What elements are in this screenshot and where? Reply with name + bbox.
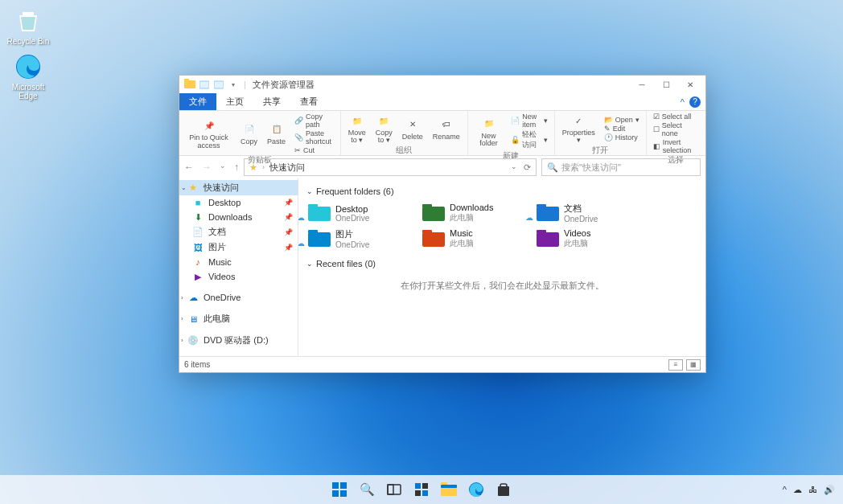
nav-back-button[interactable]: ←: [184, 162, 194, 173]
folder-location: OneDrive: [335, 240, 369, 249]
view-details-button[interactable]: ≡: [668, 359, 683, 371]
frequent-folders-header[interactable]: ⌄Frequent folders (6): [306, 186, 697, 196]
tray-chevron-icon[interactable]: ^: [783, 485, 787, 494]
desktop-icon-recycle-bin[interactable]: Recycle Bin: [6, 6, 50, 46]
svg-rect-19: [340, 482, 347, 489]
delete-button[interactable]: ✕Delete: [400, 117, 426, 141]
qat-properties-icon[interactable]: [212, 77, 226, 92]
paste-button[interactable]: 📋Paste: [265, 121, 288, 145]
sidebar-item-music[interactable]: ♪Music: [179, 255, 298, 269]
tab-view[interactable]: 查看: [290, 93, 327, 110]
folder-name: Downloads: [450, 203, 493, 212]
widgets-button[interactable]: [409, 477, 434, 502]
cloud-sync-icon: ☁: [525, 213, 533, 222]
maximize-button[interactable]: ☐: [654, 76, 678, 93]
sidebar-item-pictures[interactable]: 🖼图片📌: [179, 240, 298, 255]
svg-rect-32: [498, 486, 509, 496]
sidebar-item-videos[interactable]: ▶Videos: [179, 269, 298, 284]
sidebar: ⌄★快速访问 ■Desktop📌 ⬇Downloads📌 📄文档📌 🖼图片📌 ♪…: [179, 178, 298, 356]
invert-selection-button[interactable]: ◧Invert selection: [652, 138, 701, 154]
recent-files-header[interactable]: ⌄Recent files (0): [306, 259, 697, 268]
downloads-icon: ⬇: [192, 211, 204, 223]
address-chevron-icon[interactable]: ⌄: [511, 162, 517, 173]
folder-item[interactable]: ☁文档OneDrive: [535, 201, 639, 225]
copy-path-button[interactable]: 🔗Copy path: [293, 113, 335, 129]
paste-shortcut-button[interactable]: 📎Paste shortcut: [293, 129, 335, 145]
chevron-down-icon: ⌄: [306, 187, 313, 195]
svg-rect-3: [184, 79, 189, 81]
sidebar-item-documents[interactable]: 📄文档📌: [179, 224, 298, 240]
new-item-icon: 📄: [511, 117, 520, 125]
taskbar-edge[interactable]: [464, 477, 488, 502]
edit-button[interactable]: ✎Edit: [602, 125, 641, 133]
svg-rect-25: [422, 483, 428, 489]
folder-item[interactable]: ☁DesktopOneDrive: [306, 201, 411, 225]
chevron-right-icon: ›: [181, 294, 183, 301]
minimize-button[interactable]: ─: [630, 76, 654, 93]
new-item-button[interactable]: 📄New item ▾: [509, 113, 549, 129]
tray-onedrive-icon[interactable]: ☁: [793, 485, 802, 495]
qat-chevron-icon[interactable]: ▾: [226, 77, 241, 92]
sidebar-item-dvd[interactable]: ›💿DVD 驱动器 (D:): [179, 333, 298, 348]
folder-icon: [422, 203, 445, 223]
ribbon-collapse-icon[interactable]: ^: [681, 97, 685, 107]
sidebar-item-desktop[interactable]: ■Desktop📌: [179, 195, 298, 210]
cut-button[interactable]: ✂Cut: [293, 146, 335, 154]
desktop-icon-edge[interactable]: Microsoft Edge: [6, 52, 50, 100]
folder-item[interactable]: Downloads此电脑: [421, 201, 525, 225]
address-text: 快速访问: [269, 162, 305, 174]
start-button[interactable]: [327, 477, 352, 502]
taskbar-store[interactable]: [491, 477, 516, 502]
copy-to-button[interactable]: 📁Copy to ▾: [373, 113, 395, 145]
properties-button[interactable]: ✓Properties ▾: [560, 113, 598, 145]
search-button[interactable]: 🔍: [355, 477, 379, 502]
help-icon[interactable]: ?: [689, 96, 701, 108]
nav-up-button[interactable]: ↑: [234, 162, 239, 173]
search-input[interactable]: 🔍 搜索"快速访问": [541, 158, 701, 176]
select-all-button[interactable]: ☑Select all: [652, 113, 701, 121]
move-to-button[interactable]: 📁Move to ▾: [346, 113, 368, 145]
star-icon: ★: [249, 162, 257, 173]
select-none-button[interactable]: ☐Select none: [652, 121, 701, 137]
tab-share[interactable]: 共享: [253, 93, 290, 110]
address-bar[interactable]: ★ › 快速访问 ⌄ ⟳: [244, 158, 537, 176]
svg-rect-16: [537, 232, 559, 247]
folder-item[interactable]: ☁图片OneDrive: [306, 227, 411, 251]
taskbar-explorer[interactable]: [437, 477, 461, 502]
chevron-right-icon: ›: [262, 163, 265, 171]
refresh-icon[interactable]: ⟳: [524, 162, 531, 173]
sidebar-item-quick-access[interactable]: ⌄★快速访问: [179, 180, 298, 195]
rename-button[interactable]: 🏷Rename: [430, 117, 463, 141]
sidebar-item-downloads[interactable]: ⬇Downloads📌: [179, 210, 298, 224]
folder-item[interactable]: Music此电脑: [421, 227, 525, 251]
explorer-window: ▾ | 文件资源管理器 ─ ☐ ✕ 文件 主页 共享 查看 ^ ? 📌Pin t…: [179, 75, 706, 373]
sidebar-item-this-pc[interactable]: ›🖥此电脑: [179, 311, 298, 326]
pin-to-quick-access-button[interactable]: 📌Pin to Quick access: [184, 117, 233, 150]
svg-rect-30: [441, 482, 447, 485]
svg-rect-33: [500, 484, 507, 487]
easy-access-button[interactable]: 🔓轻松访问 ▾: [509, 129, 549, 150]
qat-new-folder-icon[interactable]: [197, 77, 212, 92]
sidebar-item-onedrive[interactable]: ›☁OneDrive: [179, 290, 298, 305]
folder-icon: [422, 229, 445, 248]
titlebar[interactable]: ▾ | 文件资源管理器 ─ ☐ ✕: [179, 76, 705, 93]
ribbon-tabs: 文件 主页 共享 查看 ^ ?: [179, 93, 705, 111]
nav-forward-button[interactable]: →: [202, 162, 212, 173]
close-button[interactable]: ✕: [678, 76, 702, 93]
nav-recent-button[interactable]: ⌄: [220, 162, 226, 173]
open-button[interactable]: 📂Open ▾: [602, 116, 641, 124]
tab-file[interactable]: 文件: [179, 93, 216, 110]
new-folder-button[interactable]: 📁New folder: [473, 116, 504, 148]
tray-volume-icon[interactable]: 🔊: [824, 485, 835, 495]
svg-rect-17: [537, 230, 546, 233]
folder-item[interactable]: Videos此电脑: [535, 227, 639, 251]
task-view-button[interactable]: [382, 477, 406, 502]
view-icons-button[interactable]: ▦: [686, 359, 701, 371]
copy-button[interactable]: 📄Copy: [238, 121, 260, 145]
svg-rect-21: [340, 490, 347, 497]
tab-home[interactable]: 主页: [216, 93, 253, 110]
tray-network-icon[interactable]: 🖧: [808, 485, 817, 494]
history-button[interactable]: 🕐History: [602, 133, 641, 141]
sidebar-item-network[interactable]: ›🖧网络: [179, 354, 298, 356]
desktop-icon: ■: [192, 197, 204, 208]
